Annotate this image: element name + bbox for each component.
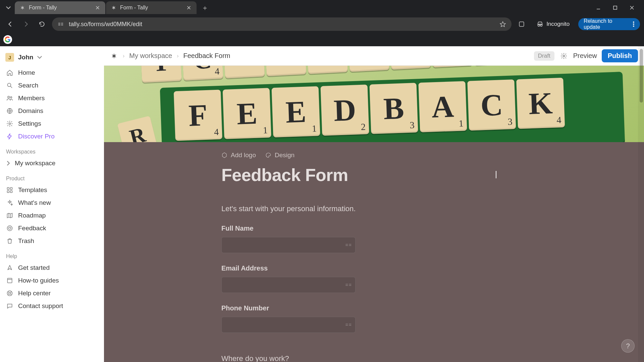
input-block[interactable]: == <box>221 237 356 253</box>
question-label[interactable]: Email Address <box>221 264 496 272</box>
sidebar-item-roadmap[interactable]: Roadmap <box>3 209 101 222</box>
user-name: John <box>18 54 33 61</box>
close-icon[interactable] <box>95 5 101 11</box>
sidebar-item-label: Settings <box>18 120 41 127</box>
hexagon-icon <box>221 152 227 158</box>
asterisk-icon <box>111 5 117 11</box>
sidebar-item-home[interactable]: Home <box>3 66 101 79</box>
sidebar-item-whatsnew[interactable]: What's new <box>3 196 101 209</box>
svg-point-19 <box>563 55 565 57</box>
drag-handle-icon[interactable]: == <box>345 282 352 288</box>
workspace-label: My workspace <box>15 160 55 167</box>
reload-button[interactable] <box>36 18 48 30</box>
target-icon <box>6 225 13 232</box>
maximize-icon[interactable] <box>610 3 620 12</box>
close-window-icon[interactable] <box>627 3 637 12</box>
sidebar-item-label: Help center <box>18 290 51 297</box>
svg-rect-11 <box>10 188 12 190</box>
sidebar-item-feedback[interactable]: Feedback <box>3 222 101 235</box>
tab-title: Form - Tally <box>120 5 182 11</box>
input-block[interactable]: == <box>221 317 356 333</box>
sidebar-item-contact[interactable]: Contact support <box>3 300 101 312</box>
tab-search-dropdown[interactable] <box>3 2 14 13</box>
main-area: › My workspace › Feedback Form Draft Pre… <box>104 46 644 362</box>
sidebar-item-settings[interactable]: Settings <box>3 117 101 130</box>
text-input[interactable] <box>221 277 356 293</box>
members-icon <box>6 95 13 102</box>
form-title[interactable]: Feedback Form <box>221 165 496 185</box>
site-info-icon[interactable] <box>57 21 65 27</box>
form-intro[interactable]: Let's start with your personal informati… <box>221 204 496 213</box>
sidebar-item-label: Discover Pro <box>18 133 55 140</box>
scrollbar-thumb[interactable] <box>640 49 643 103</box>
svg-point-9 <box>9 123 11 125</box>
form-canvas[interactable]: TC4 F4E1E1D2B3A1C3K4 R Add logo Design <box>104 66 644 362</box>
kebab-icon <box>633 21 635 27</box>
close-icon[interactable] <box>186 5 192 11</box>
status-badge: Draft <box>534 51 554 61</box>
question-label[interactable]: Full Name <box>221 225 496 232</box>
sidebar-item-domains[interactable]: Domains <box>3 105 101 117</box>
home-icon <box>6 69 13 76</box>
drag-handle-icon[interactable]: == <box>345 242 352 248</box>
google-shortcut[interactable] <box>3 35 12 44</box>
sidebar-item-label: Members <box>18 95 45 102</box>
svg-point-2 <box>633 21 634 23</box>
scrollbar-track[interactable] <box>638 46 644 362</box>
bookmark-star-icon[interactable] <box>499 21 506 27</box>
input-block[interactable]: == <box>221 277 356 293</box>
palette-icon <box>265 152 271 158</box>
section-label-workspaces: Workspaces <box>3 143 101 157</box>
browser-tab[interactable]: Form - Tally <box>15 1 105 14</box>
grid-icon <box>6 187 13 193</box>
toolbar: tally.so/forms/wd0MMK/edit Incognito Rel… <box>0 15 644 33</box>
sidebar-item-howto[interactable]: How-to guides <box>3 274 101 287</box>
sidebar-item-getstarted[interactable]: Get started <box>3 261 101 274</box>
svg-rect-16 <box>7 278 12 283</box>
sidebar-item-helpcenter[interactable]: Help center <box>3 287 101 300</box>
back-button[interactable] <box>4 18 16 30</box>
drag-handle-icon[interactable]: == <box>345 322 352 327</box>
browser-tab[interactable]: Form - Tally <box>106 1 197 14</box>
new-tab-button[interactable]: ＋ <box>199 2 211 13</box>
breadcrumb-workspace[interactable]: My workspace <box>129 52 172 60</box>
user-menu[interactable]: J John <box>3 50 101 66</box>
form-section-intro[interactable]: Where do you work? <box>221 354 496 362</box>
incognito-indicator[interactable]: Incognito <box>532 18 574 30</box>
app-root: J John HomeSearchMembersDomainsSettingsD… <box>0 46 644 362</box>
cover-image[interactable]: TC4 F4E1E1D2B3A1C3K4 R <box>104 66 644 142</box>
extensions-icon[interactable] <box>516 18 528 30</box>
tally-logo-icon[interactable] <box>110 52 118 60</box>
sidebar-item-trash[interactable]: Trash <box>3 235 101 247</box>
form-settings-button[interactable] <box>559 51 569 61</box>
sidebar-item-label: How-to guides <box>18 277 59 284</box>
publish-button[interactable]: Publish <box>602 49 638 62</box>
breadcrumb-form[interactable]: Feedback Form <box>183 52 230 60</box>
relaunch-label: Relaunch to update <box>584 18 630 30</box>
sidebar: J John HomeSearchMembersDomainsSettingsD… <box>0 46 104 362</box>
text-input[interactable] <box>221 317 356 333</box>
book-icon <box>6 277 13 284</box>
relaunch-update-button[interactable]: Relaunch to update <box>578 18 640 30</box>
svg-rect-13 <box>10 191 12 193</box>
sidebar-item-templates[interactable]: Templates <box>3 184 101 196</box>
preview-button[interactable]: Preview <box>573 52 597 60</box>
minimize-icon[interactable] <box>594 3 603 12</box>
text-cursor <box>496 171 496 178</box>
sidebar-item-label: Search <box>18 82 38 89</box>
question-label[interactable]: Phone Number <box>221 304 496 312</box>
svg-point-5 <box>7 83 11 86</box>
svg-rect-12 <box>7 191 9 193</box>
text-input[interactable] <box>221 237 356 253</box>
forward-button[interactable] <box>20 18 32 30</box>
sidebar-item-label: Trash <box>18 237 34 245</box>
sidebar-item-search[interactable]: Search <box>3 79 101 92</box>
sidebar-item-discover[interactable]: Discover Pro <box>3 130 101 143</box>
help-fab[interactable]: ? <box>621 339 635 353</box>
design-button[interactable]: Design <box>265 152 294 159</box>
workspace-item[interactable]: My workspace <box>3 157 101 170</box>
add-logo-button[interactable]: Add logo <box>221 152 256 159</box>
sidebar-item-members[interactable]: Members <box>3 92 101 105</box>
svg-rect-0 <box>613 6 617 9</box>
address-bar[interactable]: tally.so/forms/wd0MMK/edit <box>52 17 512 31</box>
